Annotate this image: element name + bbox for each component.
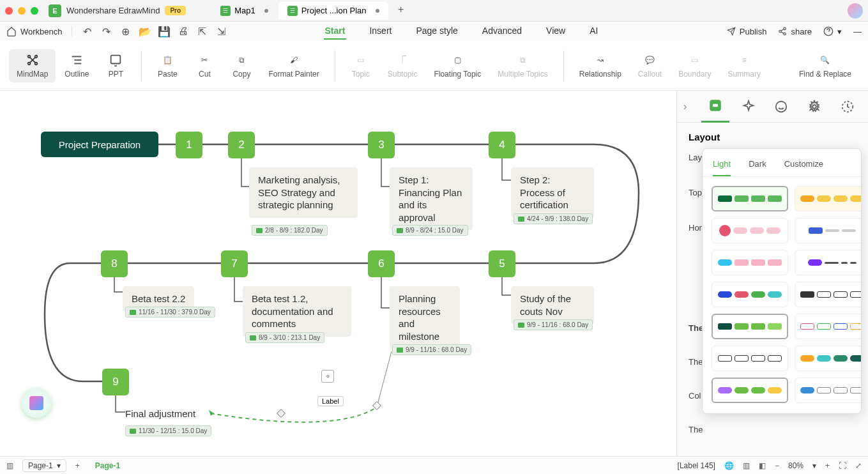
theme-swatch[interactable] <box>712 250 788 275</box>
node-3[interactable]: 3 <box>368 132 395 158</box>
relationship-label[interactable]: Label <box>317 396 344 406</box>
menu-tab-start[interactable]: Start <box>324 23 347 40</box>
node-5[interactable]: 5 <box>489 250 515 277</box>
node-6[interactable]: 6 <box>368 250 395 277</box>
doc-tab-map1[interactable]: ☰ Map1 <box>211 2 277 20</box>
tab-label: Project ...ion Plan <box>301 6 367 15</box>
target-indicator[interactable]: ⌖ <box>321 370 334 383</box>
zoom-in-button[interactable]: + <box>825 461 830 470</box>
theme-swatch[interactable] <box>795 314 861 339</box>
menu-tab-insert[interactable]: Insert <box>368 23 393 40</box>
theme-tab-light[interactable]: Light <box>713 155 731 176</box>
copy-button[interactable]: ⧉Copy <box>224 49 259 82</box>
selection-handle[interactable] <box>372 401 381 410</box>
share-button[interactable]: share <box>778 27 812 36</box>
fullscreen-icon[interactable]: ⛶ <box>839 461 846 470</box>
doc-tab-project-plan[interactable]: ☰ Project ...ion Plan <box>278 2 388 20</box>
meta-4: 4/24 - 9/9 : 138.0 Day <box>514 213 593 224</box>
collapse-panel-button[interactable]: › <box>683 101 696 112</box>
node-1[interactable]: 1 <box>176 132 202 158</box>
ppt-view-button[interactable]: PPT <box>98 49 133 82</box>
ai-fab-button[interactable] <box>22 388 51 418</box>
help-button[interactable]: ▾ <box>823 26 842 36</box>
node-9[interactable]: 9 <box>102 369 129 395</box>
format-painter-button[interactable]: 🖌Format Painter <box>261 49 326 82</box>
new-button[interactable]: ⊕ <box>119 25 132 38</box>
redo-button[interactable]: ↷ <box>100 25 113 38</box>
sub-3[interactable]: Step 1: Financing Plan and its approval <box>390 167 473 230</box>
theme-swatch[interactable] <box>712 346 788 371</box>
cut-button[interactable]: ✂Cut <box>187 49 222 82</box>
theme-swatch[interactable] <box>795 282 861 307</box>
gear-icon <box>807 100 821 114</box>
workbench-button[interactable]: Workbench <box>6 26 63 36</box>
status-bar: ▥ Page-1 ▾ + Page-1 [Label 145] 🌐 ▥ ◧ − … <box>0 456 868 474</box>
menu-tab-advanced[interactable]: Advanced <box>481 23 523 40</box>
minimize-window-icon[interactable] <box>18 7 26 15</box>
panel-tab-clip[interactable] <box>800 91 828 123</box>
node-4[interactable]: 4 <box>489 132 515 158</box>
split-view-icon[interactable]: ▥ <box>743 461 750 470</box>
close-window-icon[interactable] <box>5 7 13 15</box>
add-tab-button[interactable]: + <box>393 2 409 17</box>
export-button[interactable]: ⇱ <box>196 25 209 38</box>
undo-button[interactable]: ↶ <box>81 25 94 38</box>
sidebar-icon[interactable]: ◧ <box>759 461 766 470</box>
menu-tab-page-style[interactable]: Page style <box>415 23 459 40</box>
theme-swatch[interactable] <box>712 218 788 243</box>
root-node[interactable]: Project Preparation <box>41 132 158 157</box>
sub-2[interactable]: Marketing analysis, SEO Strategy and str… <box>249 167 358 218</box>
find-replace-button[interactable]: 🔍Find & Replace <box>791 49 859 82</box>
page-tab[interactable]: Page-1 <box>89 460 126 471</box>
add-page-button[interactable]: + <box>75 461 80 470</box>
paste-button[interactable]: 📋Paste <box>149 49 185 82</box>
theme-tab-dark[interactable]: Dark <box>749 155 766 176</box>
fit-icon[interactable]: ⤢ <box>855 461 862 470</box>
floating-topic-button[interactable]: ▢Floating Topic <box>426 49 489 82</box>
theme-swatch[interactable] <box>712 186 788 211</box>
mindmap-view-button[interactable]: MindMap <box>9 49 56 82</box>
theme-swatch[interactable] <box>712 314 788 339</box>
theme-swatch[interactable] <box>795 346 861 371</box>
sub-9[interactable]: Final adjustment <box>125 405 195 423</box>
node-2[interactable]: 2 <box>228 132 255 158</box>
sub-5[interactable]: Study of the couts Nov <box>511 286 594 324</box>
menu-tab-view[interactable]: View <box>545 23 567 40</box>
panel-tab-icon[interactable] <box>768 91 796 123</box>
open-button[interactable]: 📂 <box>139 25 151 38</box>
zoom-level[interactable]: 80% <box>788 461 803 470</box>
pages-icon[interactable]: ▥ <box>6 461 13 470</box>
save-button[interactable]: 💾 <box>158 25 171 38</box>
sub-6[interactable]: Planning resources and milestone <box>390 286 460 349</box>
outline-view-button[interactable]: Outline <box>57 49 96 82</box>
theme-swatch[interactable] <box>795 378 861 403</box>
svg-point-1 <box>779 30 782 33</box>
theme-swatch[interactable] <box>712 282 788 307</box>
maximize-window-icon[interactable] <box>31 7 38 15</box>
theme-swatch[interactable] <box>795 218 861 243</box>
selection-handle[interactable] <box>277 409 286 418</box>
publish-button[interactable]: Publish <box>727 27 767 36</box>
node-7[interactable]: 7 <box>221 250 248 277</box>
menu-tab-ai[interactable]: AI <box>588 23 599 40</box>
sub-7[interactable]: Beta test 1.2, documentation and comment… <box>243 286 351 337</box>
theme-tab-customize[interactable]: Customize <box>784 155 823 176</box>
node-8[interactable]: 8 <box>101 250 128 277</box>
import-button[interactable]: ⇲ <box>215 25 228 38</box>
svg-point-5 <box>34 55 37 57</box>
relationship-button[interactable]: ↝Relationship <box>572 49 629 82</box>
user-avatar[interactable] <box>848 3 863 19</box>
page-dropdown[interactable]: Page-1 ▾ <box>22 459 66 472</box>
globe-icon[interactable]: 🌐 <box>724 461 734 470</box>
more-button[interactable]: — <box>853 27 862 36</box>
panel-tab-style[interactable] <box>735 91 763 123</box>
print-button[interactable]: 🖨 <box>177 25 190 38</box>
theme-swatch[interactable] <box>795 186 861 211</box>
zoom-out-button[interactable]: − <box>775 461 779 470</box>
panel-tab-history[interactable] <box>834 91 862 123</box>
panel-tab-layout[interactable] <box>701 91 729 123</box>
theme-swatch[interactable] <box>795 250 861 275</box>
boundary-icon: ▭ <box>688 53 702 67</box>
theme-swatch[interactable] <box>712 378 788 403</box>
sub-4[interactable]: Step 2: Process of certification <box>511 167 594 218</box>
